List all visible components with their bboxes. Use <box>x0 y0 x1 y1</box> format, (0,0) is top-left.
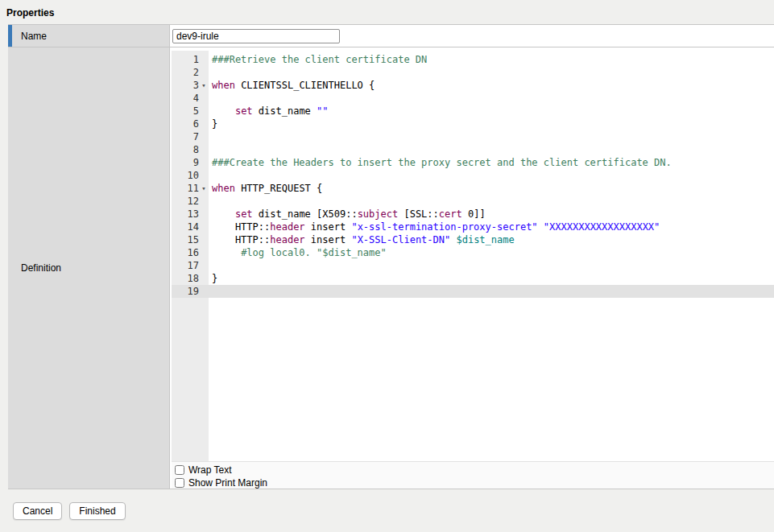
code-line[interactable]: 12 <box>172 195 774 208</box>
line-number: 14 <box>172 221 199 233</box>
code-line-text <box>209 259 212 272</box>
code-line[interactable]: 4 <box>172 92 774 105</box>
line-number: 7 <box>172 130 199 143</box>
line-number: 5 <box>172 105 199 118</box>
code-line[interactable]: 18} <box>172 272 774 285</box>
code-line[interactable]: 2 <box>172 66 774 79</box>
name-value-cell <box>170 25 774 47</box>
code-line[interactable]: 13 set dist_name [X509::subject [SSL::ce… <box>172 208 774 221</box>
line-number: 17 <box>172 259 199 272</box>
wrap-text-label: Wrap Text <box>188 464 232 476</box>
code-lines: 1###Retrieve the client certificate DN23… <box>172 51 774 298</box>
code-line-text: set dist_name "" <box>209 105 329 118</box>
line-number-gutter: 13 <box>172 208 209 221</box>
wrap-text-option[interactable]: Wrap Text <box>175 464 774 476</box>
definition-label: Definition <box>8 262 61 274</box>
fold-spacer <box>199 208 209 221</box>
fold-spacer <box>199 259 209 272</box>
code-line[interactable]: 8 <box>172 143 774 156</box>
line-number-gutter: 16 <box>172 246 209 259</box>
line-number: 3 <box>172 79 199 92</box>
required-indicator <box>8 25 12 47</box>
code-line[interactable]: 9###Create the Headers to insert the pro… <box>172 156 774 169</box>
show-print-margin-checkbox[interactable] <box>175 478 184 488</box>
line-number-gutter: 17 <box>172 259 209 272</box>
line-number: 16 <box>172 246 199 259</box>
fold-spacer <box>199 272 209 285</box>
code-line-text: HTTP::header insert "x-ssl-termination-p… <box>209 221 660 233</box>
line-number-gutter: 10 <box>172 169 209 182</box>
code-line[interactable]: 17 <box>172 259 774 272</box>
code-line[interactable]: 11▾when HTTP_REQUEST { <box>172 182 774 195</box>
definition-value-cell: 1###Retrieve the client certificate DN23… <box>170 47 774 489</box>
properties-page: Properties Name Definition 1###Retrieve … <box>0 0 774 532</box>
page-title: Properties <box>6 7 54 19</box>
code-line-text: when CLIENTSSL_CLIENTHELLO { <box>209 79 375 92</box>
code-line-text <box>209 66 212 79</box>
line-number-gutter: 15 <box>172 233 209 246</box>
name-input[interactable] <box>172 29 340 43</box>
code-line-text <box>209 143 212 156</box>
fold-spacer <box>199 118 209 130</box>
code-editor[interactable]: 1###Retrieve the client certificate DN23… <box>172 51 774 461</box>
fold-spacer <box>199 130 209 143</box>
line-number-gutter: 5 <box>172 105 209 118</box>
editor-options: Wrap Text Show Print Margin <box>172 461 774 489</box>
line-number-gutter: 6 <box>172 118 209 130</box>
cancel-button[interactable]: Cancel <box>13 502 62 520</box>
code-line[interactable]: 14 HTTP::header insert "x-ssl-terminatio… <box>172 221 774 233</box>
fold-spacer <box>199 156 209 169</box>
fold-toggle-icon[interactable]: ▾ <box>199 182 209 195</box>
code-line[interactable]: 10 <box>172 169 774 182</box>
code-line-text <box>209 285 212 298</box>
line-number: 9 <box>172 156 199 169</box>
line-number-gutter: 3▾ <box>172 79 209 92</box>
line-number-gutter: 18 <box>172 272 209 285</box>
line-number: 10 <box>172 169 199 182</box>
code-line-text <box>209 169 212 182</box>
line-number-gutter: 8 <box>172 143 209 156</box>
line-number-gutter: 19 <box>172 285 209 298</box>
definition-label-cell: Definition <box>8 47 170 489</box>
line-number: 6 <box>172 118 199 130</box>
code-line[interactable]: 3▾when CLIENTSSL_CLIENTHELLO { <box>172 79 774 92</box>
fold-spacer <box>199 53 209 66</box>
code-line-text <box>209 130 212 143</box>
code-line-text: HTTP::header insert "X-SSL-Client-DN" $d… <box>209 233 515 246</box>
name-label-cell: Name <box>8 25 170 47</box>
show-print-margin-option[interactable]: Show Print Margin <box>175 476 774 489</box>
line-number: 4 <box>172 92 199 105</box>
fold-spacer <box>199 285 209 298</box>
fold-spacer <box>199 195 209 208</box>
settings-table: Name Definition 1###Retrieve the client … <box>8 24 774 489</box>
code-line[interactable]: 1###Retrieve the client certificate DN <box>172 53 774 66</box>
finished-button[interactable]: Finished <box>69 502 125 520</box>
code-line[interactable]: 7 <box>172 130 774 143</box>
line-number: 8 <box>172 143 199 156</box>
fold-spacer <box>199 92 209 105</box>
line-number-gutter: 12 <box>172 195 209 208</box>
name-row: Name <box>8 25 774 47</box>
name-label: Name <box>8 31 47 42</box>
line-number: 18 <box>172 272 199 285</box>
code-line-text: ###Create the Headers to insert the prox… <box>209 156 672 169</box>
code-line[interactable]: 15 HTTP::header insert "X-SSL-Client-DN"… <box>172 233 774 246</box>
wrap-text-checkbox[interactable] <box>175 465 184 475</box>
code-line[interactable]: 6} <box>172 118 774 130</box>
fold-spacer <box>199 221 209 233</box>
fold-spacer <box>199 105 209 118</box>
code-line-text: set dist_name [X509::subject [SSL::cert … <box>209 208 486 221</box>
fold-toggle-icon[interactable]: ▾ <box>199 79 209 92</box>
line-number: 1 <box>172 53 199 66</box>
code-line-text: } <box>209 118 217 130</box>
code-line[interactable]: 19 <box>172 285 774 298</box>
line-number-gutter: 9 <box>172 156 209 169</box>
fold-spacer <box>199 246 209 259</box>
definition-row: Definition 1###Retrieve the client certi… <box>8 47 774 489</box>
line-number-gutter: 11▾ <box>172 182 209 195</box>
line-number-gutter: 1 <box>172 53 209 66</box>
code-line[interactable]: 16 #log local0. "$dist_name" <box>172 246 774 259</box>
line-number-gutter: 2 <box>172 66 209 79</box>
line-number-gutter: 14 <box>172 221 209 233</box>
code-line[interactable]: 5 set dist_name "" <box>172 105 774 118</box>
